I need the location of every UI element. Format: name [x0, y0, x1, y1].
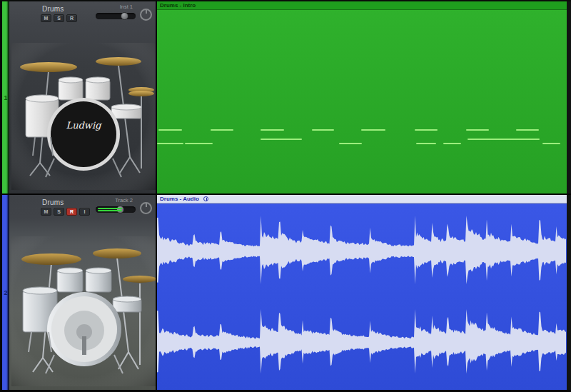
pan-knob[interactable]	[140, 202, 152, 214]
record-button[interactable]: R	[66, 14, 77, 22]
track-2-lane: Drums - Audio	[157, 195, 567, 390]
track-2-header[interactable]: Drums MSRI Track 2	[9, 195, 157, 390]
midi-note	[261, 139, 302, 140]
track-row-1: 1 Drums MSR Inst 1	[0, 1, 571, 194]
channel-label: Inst 1	[120, 4, 133, 10]
level-meter	[98, 210, 122, 211]
midi-note	[516, 129, 539, 131]
audio-waveform	[157, 203, 567, 390]
follow-tempo-icon	[203, 196, 208, 201]
mute-button[interactable]: M	[41, 208, 51, 216]
midi-note	[261, 129, 284, 131]
pan-knob-tick	[146, 203, 147, 207]
midi-note	[443, 143, 461, 144]
pan-knob[interactable]	[140, 9, 152, 21]
midi-note	[542, 143, 560, 144]
track-name[interactable]: Drums	[42, 198, 64, 206]
track-name[interactable]: Drums	[42, 5, 64, 13]
input-monitor-button[interactable]: I	[79, 208, 90, 216]
region-title-text: Drums - Audio	[160, 196, 199, 202]
track-row-2: 2 Drums MSRI Track 2	[0, 195, 571, 390]
solo-button[interactable]: S	[54, 208, 64, 216]
midi-note	[361, 129, 385, 131]
midi-note	[185, 143, 213, 144]
record-button[interactable]: R	[66, 208, 77, 216]
midi-note	[339, 143, 362, 144]
track-2-color-strip[interactable]: 2	[2, 195, 9, 390]
track-1-lane: Drums - Intro	[157, 1, 567, 194]
region-title-text: Drums - Intro	[160, 2, 196, 9]
track-buttons: MSR	[41, 14, 77, 22]
audio-region-title[interactable]: Drums - Audio	[157, 195, 567, 203]
midi-note	[158, 129, 182, 131]
right-edge	[567, 1, 571, 194]
track-2-controls: Drums MSRI Track 2	[9, 195, 156, 219]
midi-note	[466, 129, 489, 131]
midi-region-title[interactable]: Drums - Intro	[157, 1, 567, 10]
midi-note	[157, 143, 183, 144]
volume-slider[interactable]	[96, 206, 136, 213]
level-meter	[98, 208, 122, 209]
pan-knob-tick	[146, 10, 147, 14]
track-1-color-strip[interactable]: 1	[2, 1, 9, 194]
right-edge	[567, 195, 571, 390]
midi-note	[312, 129, 334, 131]
mute-button[interactable]: M	[41, 14, 51, 22]
track-1-controls: Drums MSR Inst 1	[9, 1, 156, 26]
midi-note	[415, 129, 438, 131]
midi-region-body[interactable]	[157, 10, 567, 194]
audio-region[interactable]: Drums - Audio	[157, 195, 567, 390]
track-number: 1	[2, 94, 9, 101]
arrange-window: 1 Drums MSR Inst 1	[0, 0, 571, 392]
channel-label: Track 2	[115, 197, 133, 203]
audio-region-body[interactable]	[157, 203, 567, 390]
midi-note	[416, 143, 436, 144]
solo-button[interactable]: S	[54, 14, 64, 22]
drum-kit-photo: Ludwig	[11, 43, 156, 190]
midi-note	[211, 129, 233, 131]
track-number: 2	[2, 289, 9, 296]
drum-kit-photo	[11, 236, 156, 386]
midi-note	[468, 139, 540, 140]
track-1-header[interactable]: Drums MSR Inst 1	[9, 1, 157, 194]
track-buttons: MSRI	[41, 208, 90, 216]
midi-region[interactable]: Drums - Intro	[157, 1, 567, 194]
volume-slider-thumb[interactable]	[121, 12, 128, 20]
volume-slider[interactable]	[96, 13, 136, 19]
